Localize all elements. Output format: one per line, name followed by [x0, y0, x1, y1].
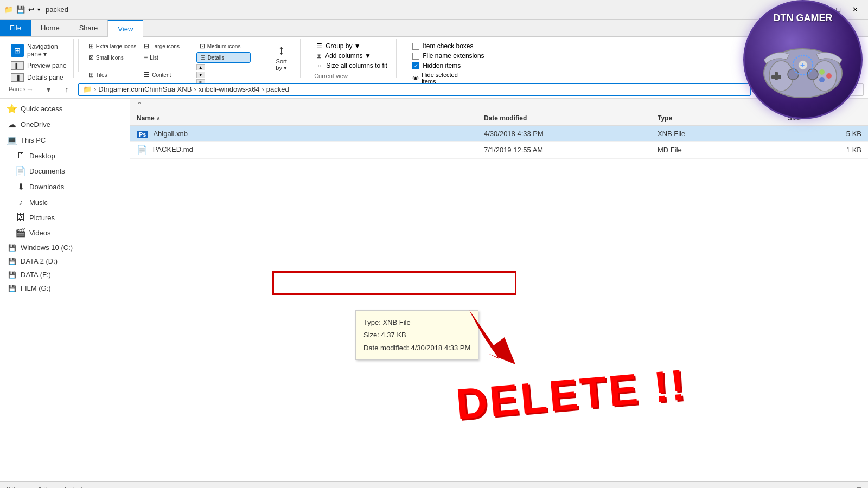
column-date[interactable]: Date modified	[477, 111, 651, 126]
navigation-pane-label: Navigationpane ▾	[27, 43, 58, 58]
sort-by-button[interactable]: ↕ Sort by ▾	[275, 41, 288, 73]
item-check-boxes-toggle[interactable]: Item check boxes	[410, 41, 486, 51]
panes-group: ⊞ Navigationpane ▾ ▌ Preview pane ▐ Deta…	[4, 39, 74, 78]
medium-icons-btn[interactable]: ⊡ Medium icons	[196, 41, 251, 51]
navigation-pane-button[interactable]: ⊞ Navigationpane ▾	[9, 41, 69, 60]
ribbon-sep-3	[305, 39, 305, 72]
videos-label: Videos	[29, 229, 51, 237]
dtn-logo: DTN GAMER +	[743, 0, 863, 119]
dtn-circle: DTN GAMER +	[743, 0, 863, 119]
up-button[interactable]: ↑	[60, 82, 74, 97]
sidebar-item-videos[interactable]: 🎬 Videos	[0, 225, 130, 241]
group-by-icon: ☰	[316, 42, 322, 50]
group-by-button[interactable]: ☰ Group by ▼	[314, 41, 392, 51]
svg-point-5	[819, 69, 825, 75]
svg-point-6	[826, 73, 832, 79]
back-button[interactable]: ←	[4, 82, 18, 97]
title-bar-icons: 📁 💾 ↩ ▾	[4, 5, 40, 14]
small-icons-btn[interactable]: ⊠ Small icons	[85, 52, 139, 63]
tiles-icon: ⊞	[88, 71, 94, 79]
sidebar-item-documents[interactable]: 📄 Documents	[0, 163, 130, 179]
path-2[interactable]: xnbcli-windows-x64	[199, 85, 260, 93]
sort-group: ↕ Sort by ▾	[263, 39, 301, 78]
details-pane-button[interactable]: ▐ Details pane	[9, 72, 69, 84]
address-path[interactable]: 📁 › Dtngamer.comChinhSua XNB › xnbcli-wi…	[78, 83, 751, 96]
hidden-items-toggle[interactable]: ✓ Hidden items	[410, 61, 486, 70]
scroll-up-btn[interactable]: ▲	[196, 64, 205, 70]
file-extensions-toggle[interactable]: File name extensions	[410, 51, 486, 61]
item-check-boxes-checkbox[interactable]	[412, 43, 419, 50]
delete-text: DELETE !!	[454, 360, 689, 430]
path-1[interactable]: Dtngamer.comChinhSua XNB	[98, 85, 192, 93]
recent-locations-button[interactable]: ▾	[41, 82, 55, 97]
sort-by-label: Sort by ▾	[276, 58, 287, 72]
add-columns-icon: ⊞	[316, 52, 322, 60]
file-icon-xnb: Ps	[137, 131, 148, 138]
selection-border	[272, 271, 516, 295]
extra-large-icons-btn[interactable]: ⊞ Extra large icons	[85, 41, 139, 51]
large-icon: ⊟	[144, 42, 149, 50]
table-row[interactable]: 📄 PACKED.md 7/1/2019 12:55 AM MD File 1 …	[130, 142, 868, 159]
data-f-label: DATA (F:)	[21, 271, 51, 279]
sidebar-item-music[interactable]: ♪ Music	[0, 195, 130, 210]
file-tooltip: Type: XNB File Size: 4.37 KB Date modifi…	[355, 310, 478, 360]
preview-pane-label: Preview pane	[27, 62, 67, 69]
sidebar-item-windows-c[interactable]: 💾 Windows 10 (C:)	[0, 241, 130, 254]
this-pc-icon: 💻	[7, 135, 17, 145]
address-bar: ← → ▾ ↑ 📁 › Dtngamer.comChinhSua XNB › x…	[0, 80, 868, 99]
film-g-label: FILM (G:)	[21, 284, 51, 292]
tooltip-size: Size: 4.37 KB	[363, 329, 470, 341]
sidebar-item-this-pc[interactable]: 💻 This PC	[0, 132, 130, 148]
add-columns-button[interactable]: ⊞ Add columns ▼	[314, 51, 392, 61]
tab-share[interactable]: Share	[69, 20, 108, 36]
sidebar-item-desktop[interactable]: 🖥 Desktop	[0, 148, 130, 163]
table-row[interactable]: Ps Abigail.xnb 4/30/2018 4:33 PM XNB Fil…	[130, 126, 868, 142]
large-icons-btn[interactable]: ⊟ Large icons	[141, 41, 195, 51]
layout-buttons: ⊞ Extra large icons ⊟ Large icons ⊡ Medi…	[85, 41, 251, 86]
file-name: PACKED.md	[153, 145, 193, 153]
sidebar-item-film-g[interactable]: 💾 FILM (G:)	[0, 281, 130, 295]
sidebar-item-data-f[interactable]: 💾 DATA (F:)	[0, 268, 130, 281]
sidebar-item-pictures[interactable]: 🖼 Pictures	[0, 210, 130, 225]
column-name[interactable]: Name ∧	[130, 111, 477, 126]
status-bar: 2 items 1 item selected ≡ ⊞	[0, 481, 868, 488]
hidden-items-label: Hidden items	[423, 62, 461, 69]
details-btn[interactable]: ⊟ Details	[196, 52, 251, 63]
file-name-cell[interactable]: 📄 PACKED.md	[130, 142, 477, 159]
scroll-down-btn[interactable]: ▼	[196, 72, 205, 78]
forward-button[interactable]: →	[23, 82, 37, 97]
music-label: Music	[29, 198, 48, 207]
size-columns-button[interactable]: ↔ Size all columns to fit	[314, 61, 392, 70]
sidebar-item-quick-access[interactable]: ⭐ Quick access	[0, 101, 130, 117]
ribbon-tabs: File Home Share View	[0, 20, 868, 37]
name-sort-arrow: ∧	[156, 115, 160, 121]
svg-rect-4	[771, 75, 781, 79]
small-icon: ⊠	[88, 54, 94, 61]
sidebar-item-onedrive[interactable]: ☁ OneDrive	[0, 117, 130, 132]
dtn-label: DTN GAMER	[774, 12, 833, 24]
undo-icon[interactable]: ↩	[28, 5, 34, 14]
sidebar: ⭐ Quick access ☁ OneDrive 💻 This PC 🖥 De…	[0, 99, 130, 481]
tab-file[interactable]: File	[0, 20, 31, 36]
svg-point-11	[807, 69, 818, 80]
svg-point-7	[819, 77, 825, 82]
list-btn[interactable]: ≡ List	[141, 52, 195, 63]
sidebar-item-downloads[interactable]: ⬇ Downloads	[0, 179, 130, 195]
current-view-label: Current view	[314, 70, 392, 79]
tab-home[interactable]: Home	[31, 20, 69, 36]
dropdown-arrow[interactable]: ▾	[37, 7, 40, 12]
extra-large-icon: ⊞	[88, 42, 94, 50]
path-3[interactable]: packed	[266, 85, 289, 93]
preview-pane-button[interactable]: ▌ Preview pane	[9, 60, 69, 72]
file-extensions-checkbox[interactable]	[412, 53, 419, 60]
sidebar-item-data2-d[interactable]: 💾 DATA 2 (D:)	[0, 254, 130, 268]
hidden-items-checkbox[interactable]: ✓	[412, 62, 419, 69]
downloads-label: Downloads	[29, 183, 64, 191]
list-view-icon[interactable]: ≡	[850, 486, 854, 489]
ribbon-sep-2	[258, 39, 258, 72]
path-root[interactable]: 📁	[83, 85, 92, 93]
file-name-cell[interactable]: Ps Abigail.xnb	[130, 126, 477, 142]
tab-view[interactable]: View	[107, 20, 143, 37]
detail-view-icon[interactable]: ⊞	[856, 486, 861, 489]
save-icon[interactable]: 💾	[16, 5, 25, 14]
